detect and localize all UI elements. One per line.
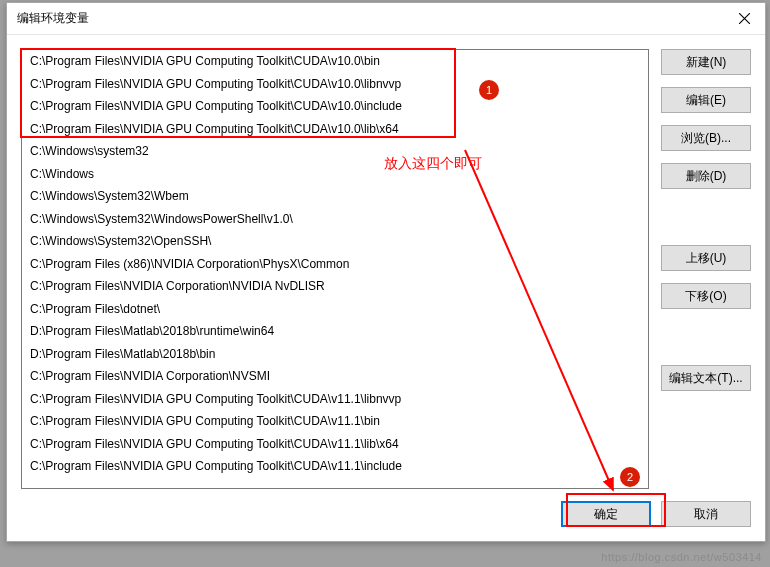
moveup-button[interactable]: 上移(U): [661, 245, 751, 271]
close-button[interactable]: [723, 3, 765, 35]
list-item[interactable]: C:\Windows: [22, 163, 648, 186]
browse-button[interactable]: 浏览(B)...: [661, 125, 751, 151]
list-item[interactable]: C:\Program Files\dotnet\: [22, 298, 648, 321]
list-item[interactable]: C:\Windows\System32\WindowsPowerShell\v1…: [22, 208, 648, 231]
list-item[interactable]: C:\Windows\system32: [22, 140, 648, 163]
watermark: https://blog.csdn.net/w503414: [601, 551, 762, 563]
button-column: 新建(N) 编辑(E) 浏览(B)... 删除(D) 上移(U) 下移(O) 编…: [661, 49, 751, 527]
movedown-button[interactable]: 下移(O): [661, 283, 751, 309]
list-item[interactable]: C:\Program Files (x86)\NVIDIA Corporatio…: [22, 253, 648, 276]
list-item[interactable]: C:\Program Files\NVIDIA GPU Computing To…: [22, 455, 648, 478]
cancel-button[interactable]: 取消: [661, 501, 751, 527]
list-item[interactable]: C:\Windows\System32\OpenSSH\: [22, 230, 648, 253]
bottom-buttons: 确定 取消: [561, 501, 751, 527]
delete-button[interactable]: 删除(D): [661, 163, 751, 189]
edittext-button[interactable]: 编辑文本(T)...: [661, 365, 751, 391]
list-item[interactable]: C:\Program Files\NVIDIA GPU Computing To…: [22, 118, 648, 141]
list-item[interactable]: C:\Program Files\NVIDIA GPU Computing To…: [22, 388, 648, 411]
list-item[interactable]: C:\Program Files\NVIDIA Corporation\NVID…: [22, 275, 648, 298]
list-item[interactable]: C:\Program Files\NVIDIA GPU Computing To…: [22, 95, 648, 118]
path-listbox[interactable]: C:\Program Files\NVIDIA GPU Computing To…: [21, 49, 649, 489]
list-item[interactable]: D:\Program Files\Matlab\2018b\runtime\wi…: [22, 320, 648, 343]
edit-button[interactable]: 编辑(E): [661, 87, 751, 113]
titlebar: 编辑环境变量: [7, 3, 765, 35]
list-item[interactable]: C:\Program Files\NVIDIA Corporation\NVSM…: [22, 365, 648, 388]
dialog-content: C:\Program Files\NVIDIA GPU Computing To…: [7, 35, 765, 541]
close-icon: [739, 13, 750, 24]
list-item[interactable]: D:\Program Files\Matlab\2018b\bin: [22, 343, 648, 366]
list-item[interactable]: C:\Program Files\NVIDIA GPU Computing To…: [22, 50, 648, 73]
new-button[interactable]: 新建(N): [661, 49, 751, 75]
env-var-dialog: 编辑环境变量 C:\Program Files\NVIDIA GPU Compu…: [6, 2, 766, 542]
list-item[interactable]: C:\Program Files\NVIDIA GPU Computing To…: [22, 433, 648, 456]
list-item[interactable]: C:\Program Files\NVIDIA GPU Computing To…: [22, 73, 648, 96]
list-item[interactable]: C:\Program Files\NVIDIA GPU Computing To…: [22, 410, 648, 433]
ok-button[interactable]: 确定: [561, 501, 651, 527]
list-item[interactable]: C:\Windows\System32\Wbem: [22, 185, 648, 208]
dialog-title: 编辑环境变量: [17, 10, 89, 27]
